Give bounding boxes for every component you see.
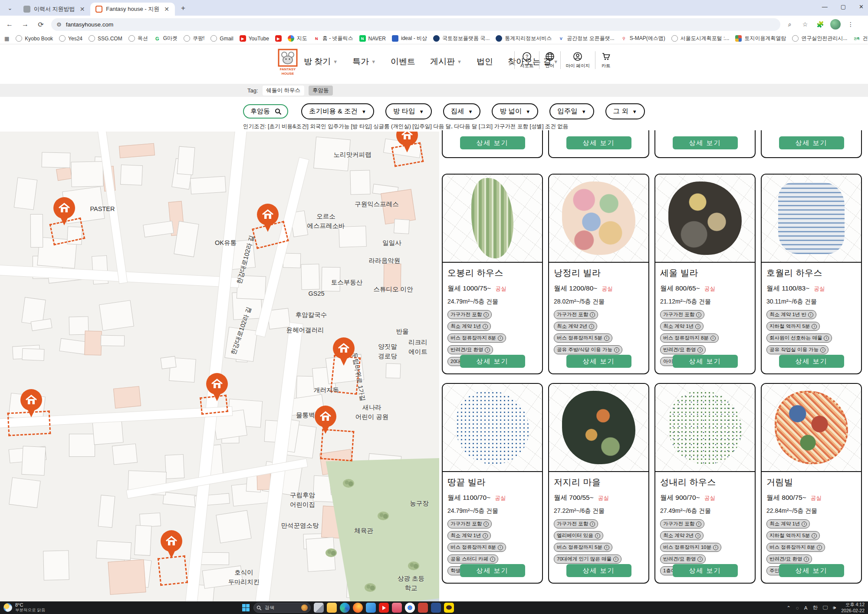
ime-han-indicator[interactable]: 한 — [812, 604, 818, 611]
listing-card[interactable]: 호월리 하우스월세 1100/83~공실30.11m²~/6층 건물최소 계약 … — [761, 174, 862, 374]
bookmark-item[interactable]: NNAVER — [359, 35, 386, 42]
taskbar-app-kakaotalk[interactable] — [444, 603, 454, 613]
hidden-icon[interactable]: ◌ — [796, 605, 799, 611]
bookmark-item[interactable]: ideal - 비상 — [392, 35, 427, 42]
taskbar-clock[interactable]: 오후 4:12 2026-02-22 — [841, 602, 865, 613]
tab-search-icon[interactable]: ⌄ — [3, 2, 16, 13]
detail-button[interactable]: 상세 보기 — [566, 564, 631, 577]
detail-button[interactable]: 상세 보기 — [779, 355, 844, 368]
forward-button[interactable]: → — [19, 18, 31, 30]
apps-grid-icon[interactable]: ▦ — [4, 36, 10, 42]
search-input[interactable] — [250, 107, 272, 116]
bookmark-star-icon[interactable]: ☆ — [799, 19, 811, 30]
listing-tag-chip[interactable]: 버스 정류장까지 5분i — [554, 333, 612, 343]
listing-tag-chip[interactable]: 반려견/묘 환영i — [447, 345, 493, 354]
bookmark-item[interactable]: Gmail — [210, 35, 233, 42]
map-pin[interactable] — [206, 373, 228, 402]
listing-tag-chip[interactable]: 최소 계약 1년i — [660, 322, 704, 331]
listing-tag-chip[interactable]: 가구가전 포함i — [660, 310, 704, 319]
site-logo[interactable]: FANTASY HOUSE — [278, 49, 298, 77]
listing-tag-chip[interactable]: 최소 계약 1년i — [447, 322, 491, 331]
listing-tag-chip[interactable]: 가구가전 포함i — [660, 519, 704, 528]
taskbar-app-photos[interactable] — [366, 603, 376, 613]
taskbar-app-file-explorer[interactable] — [327, 603, 337, 613]
bookmark-item[interactable]: SSG.COM — [89, 35, 122, 42]
detail-button[interactable]: 상세 보기 — [460, 564, 525, 577]
map-pin[interactable] — [257, 204, 279, 232]
nav-item-게시판[interactable]: 게시판▼ — [430, 56, 462, 67]
taskbar-app-firefox[interactable] — [353, 603, 363, 613]
detail-button[interactable]: 상세 보기 — [779, 136, 844, 149]
back-button[interactable]: ← — [3, 18, 16, 30]
minimize-button[interactable]: — — [822, 3, 828, 10]
listing-tag-chip[interactable]: 버스 정류장까지 8분i — [766, 543, 825, 552]
utility-서포트[interactable]: ?서포트 — [514, 51, 539, 69]
map-pin[interactable] — [333, 337, 355, 366]
map-pane[interactable]: 노리맛커피랩PASTER구원익스프레스오르소 에스프레소바일일사OK유통라라음악… — [0, 132, 439, 601]
listing-tag-chip[interactable]: 가구가전 포함i — [447, 310, 492, 319]
detail-button[interactable]: 상세 보기 — [566, 355, 631, 368]
listing-tag-chip[interactable]: 가구가전 포함i — [447, 519, 492, 528]
tag-chip[interactable]: 쉐둘이 하우스 — [263, 86, 304, 96]
listing-tag-chip[interactable]: 지하철 역까지 5분i — [766, 531, 820, 540]
filter-button[interactable]: 초기비용 & 조건▼ — [301, 103, 374, 119]
utility-언어[interactable]: 언어 — [539, 51, 560, 69]
detail-button[interactable]: 상세 보기 — [673, 355, 738, 368]
filter-button[interactable]: 그 외▼ — [605, 103, 645, 119]
site-settings-icon[interactable]: ⚙ — [56, 21, 62, 28]
bookmark-item[interactable]: 통계지리정보서비스 — [496, 35, 552, 42]
browser-tab[interactable]: 이력서 지원방법✕ — [18, 3, 90, 16]
listing-tag-chip[interactable]: 최소 계약 1년 반i — [766, 310, 816, 319]
map-pin[interactable] — [53, 197, 75, 226]
listing-tag-chip[interactable]: 공유 주방/식당 이용 가능i — [554, 345, 622, 354]
tab-close-icon[interactable]: ✕ — [79, 6, 86, 13]
detail-button[interactable]: 상세 보기 — [673, 564, 738, 577]
extensions-icon[interactable]: 🧩 — [815, 19, 826, 30]
bookmark-item[interactable]: 토지이용계획열람 — [735, 35, 786, 42]
tray-chevron-icon[interactable]: ⌃ — [786, 605, 791, 611]
listing-tag-chip[interactable]: 최소 계약 2년i — [660, 531, 704, 540]
taskbar-weather[interactable]: 8°C 부분적으로 맑음 — [3, 602, 45, 614]
filter-button[interactable]: 방 넓이▼ — [492, 103, 538, 119]
taskbar-app-edge[interactable] — [340, 603, 350, 613]
bookmark-item[interactable]: V공간정보 오픈플랫... — [558, 35, 614, 42]
bookmark-item[interactable]: 서울도시계획포털 :... — [671, 35, 730, 42]
nav-item-이벤트[interactable]: 이벤트 — [391, 56, 415, 67]
bookmark-item[interactable]: ▶YouTube — [240, 35, 269, 42]
listing-tag-chip[interactable]: 회사원이 선호하는 매물i — [766, 333, 832, 343]
listing-tag-chip[interactable]: 버스 정류장까지 8분i — [660, 333, 719, 343]
detail-button[interactable]: 상세 보기 — [779, 564, 844, 577]
listing-card[interactable]: 오봉리 하우스월세 1000/75~공실24.79m²~/5층 건물가구가전 포… — [442, 174, 543, 374]
listing-card[interactable]: 땅끝 빌라월세 1100/70~공실24.79m²~/5층 건물가구가전 포함i… — [442, 383, 543, 584]
taskbar-app-task-view[interactable] — [314, 603, 324, 613]
bookmark-item[interactable]: GG마켓 — [154, 35, 178, 42]
bookmark-item[interactable]: 연구실안전관리시... — [792, 35, 847, 42]
address-bar[interactable]: ⚙ fantasyhouse.com — [51, 18, 780, 31]
listing-card[interactable]: 거림빌월세 800/75~공실22.84m²~/5층 건물최소 계약 1년i지하… — [761, 383, 862, 584]
listing-tag-chip[interactable]: 반려견/묘 환영i — [766, 555, 812, 564]
listing-tag-chip[interactable]: 지하철 역까지 5분i — [766, 322, 820, 331]
listing-tag-chip[interactable]: 최소 계약 1년i — [447, 531, 491, 540]
start-button[interactable] — [241, 603, 250, 612]
detail-button[interactable]: 상세 보기 — [460, 136, 525, 149]
listing-card[interactable]: 낭정리 빌라월세 1200/80~공실28.02m²~/5층 건물가구가전 포함… — [548, 174, 649, 374]
listing-tag-chip[interactable]: 엘리베이터 있음i — [554, 531, 603, 540]
profile-avatar[interactable] — [830, 19, 841, 30]
browser-tab[interactable]: Fantasy house - 지원✕ — [90, 3, 175, 16]
nav-item-방 찾기[interactable]: 방 찾기▼ — [304, 56, 338, 67]
bookmark-item[interactable]: 지도 — [288, 35, 307, 42]
taskbar-app-store[interactable] — [418, 603, 428, 613]
bookmark-item[interactable]: Yes24 — [59, 35, 82, 42]
nav-item-법인[interactable]: 법인 — [477, 56, 493, 67]
filter-button[interactable]: 입주일▼ — [549, 103, 594, 119]
taskbar-search[interactable]: 검색 — [253, 603, 311, 613]
listing-tag-chip[interactable]: 버스 정류장까지 10분i — [660, 543, 721, 552]
map-pin[interactable] — [161, 530, 182, 559]
utility-마이 페이지[interactable]: 마이 페이지 — [560, 51, 595, 69]
listing-tag-chip[interactable]: 반려견/묘 환영i — [660, 555, 706, 564]
bookmark-item[interactable]: ⚲S-MAP(에스맵) — [621, 35, 665, 42]
bookmark-item[interactable]: 국토정보플랫폼 국... — [433, 35, 490, 42]
listing-tag-chip[interactable]: 70대에게 인기 많은 매물i — [554, 555, 621, 564]
taskbar-app-chrome[interactable] — [405, 603, 415, 613]
map-pin[interactable] — [315, 406, 336, 434]
